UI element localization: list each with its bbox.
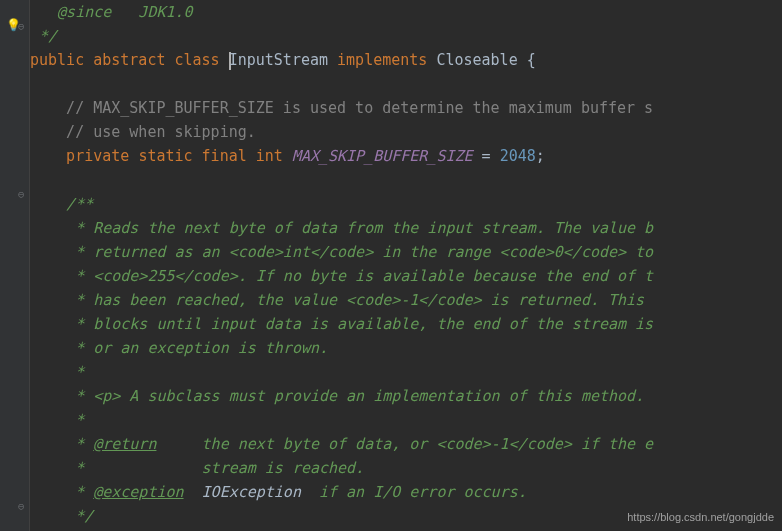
- watermark-text: https://blog.csdn.net/gongjdde: [627, 511, 774, 523]
- javadoc-text: * returned as an <code>int</code> in the…: [30, 243, 653, 261]
- code-line: public abstract class InputStream implem…: [30, 48, 782, 72]
- code-line: * <p> A subclass must provide an impleme…: [30, 384, 782, 408]
- editor-gutter: 💡 ⊖ ⊖ ⊖: [0, 0, 30, 531]
- javadoc-text: the next byte of data, or <code>-1</code…: [156, 435, 653, 453]
- code-line: */: [30, 24, 782, 48]
- code-line: // use when skipping.: [30, 120, 782, 144]
- code-line: * @return the next byte of data, or <cod…: [30, 432, 782, 456]
- javadoc-exception-tag: @exception: [93, 483, 183, 501]
- javadoc-text: *: [30, 363, 84, 381]
- code-line: * <code>255</code>. If no byte is availa…: [30, 264, 782, 288]
- equals-operator: =: [473, 147, 500, 165]
- code-line: * returned as an <code>int</code> in the…: [30, 240, 782, 264]
- line-comment: // MAX_SKIP_BUFFER_SIZE is used to deter…: [30, 99, 653, 117]
- javadoc-end: */: [30, 27, 57, 45]
- code-line: * or an exception is thrown.: [30, 336, 782, 360]
- code-line: * blocks until input data is available, …: [30, 312, 782, 336]
- javadoc-text: * or an exception is thrown.: [30, 339, 328, 357]
- code-line: [30, 168, 782, 192]
- javadoc-return-tag: @return: [93, 435, 156, 453]
- keyword-public: public: [30, 51, 93, 69]
- fold-marker-icon[interactable]: ⊖: [18, 500, 25, 513]
- semicolon: ;: [536, 147, 545, 165]
- class-name: InputStream: [229, 51, 337, 69]
- code-line: [30, 72, 782, 96]
- exception-type: IOException: [184, 483, 301, 501]
- static-field: MAX_SKIP_BUFFER_SIZE: [292, 147, 473, 165]
- javadoc-text: * <code>255</code>. If no byte is availa…: [30, 267, 653, 285]
- number-literal: 2048: [500, 147, 536, 165]
- keyword-private: private: [30, 147, 138, 165]
- keyword-class: class: [175, 51, 229, 69]
- code-line: *: [30, 360, 782, 384]
- code-line: * stream is reached.: [30, 456, 782, 480]
- code-line: /**: [30, 192, 782, 216]
- interface-name: Closeable: [436, 51, 526, 69]
- line-comment: // use when skipping.: [30, 123, 256, 141]
- javadoc-text: * stream is reached.: [30, 459, 364, 477]
- javadoc-start: /**: [30, 195, 93, 213]
- javadoc-end: */: [30, 507, 93, 525]
- code-line: * has been reached, the value <code>-1</…: [30, 288, 782, 312]
- code-line: @since JDK1.0: [30, 0, 782, 24]
- fold-marker-icon[interactable]: ⊖: [18, 20, 25, 33]
- brace: {: [527, 51, 536, 69]
- code-line: * Reads the next byte of data from the i…: [30, 216, 782, 240]
- keyword-static: static: [138, 147, 201, 165]
- javadoc-text: @since JDK1.0: [30, 3, 193, 21]
- code-line: * @exception IOException if an I/O error…: [30, 480, 782, 504]
- javadoc-text: if an I/O error occurs.: [301, 483, 527, 501]
- javadoc-text: * has been reached, the value <code>-1</…: [30, 291, 653, 309]
- keyword-int: int: [256, 147, 292, 165]
- code-line: private static final int MAX_SKIP_BUFFER…: [30, 144, 782, 168]
- fold-marker-icon[interactable]: ⊖: [18, 188, 25, 201]
- javadoc-text: *: [30, 435, 93, 453]
- code-line: // MAX_SKIP_BUFFER_SIZE is used to deter…: [30, 96, 782, 120]
- keyword-implements: implements: [337, 51, 436, 69]
- code-line: *: [30, 408, 782, 432]
- keyword-final: final: [202, 147, 256, 165]
- keyword-abstract: abstract: [93, 51, 174, 69]
- javadoc-text: * Reads the next byte of data from the i…: [30, 219, 653, 237]
- javadoc-text: *: [30, 483, 93, 501]
- javadoc-text: * blocks until input data is available, …: [30, 315, 653, 333]
- javadoc-text: *: [30, 411, 84, 429]
- code-editor[interactable]: @since JDK1.0 */ public abstract class I…: [30, 0, 782, 531]
- javadoc-text: * <p> A subclass must provide an impleme…: [30, 387, 644, 405]
